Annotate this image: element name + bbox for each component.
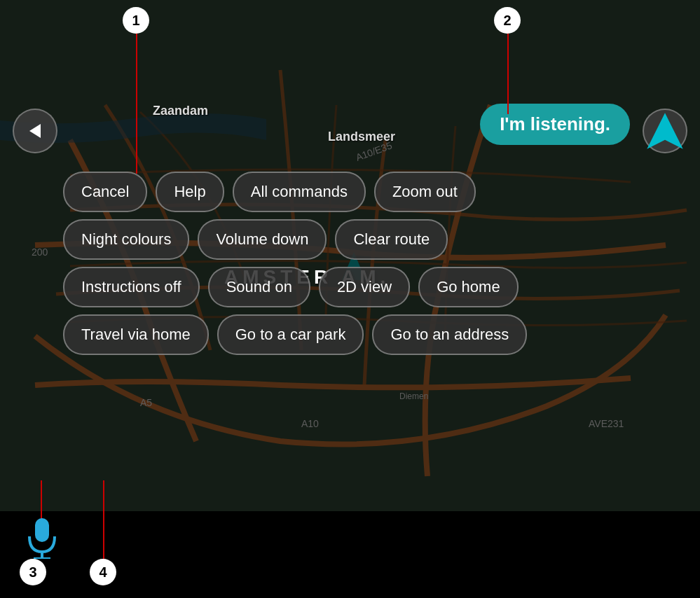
navigate-button[interactable] <box>643 109 687 153</box>
cancel-button[interactable]: Cancel <box>63 172 147 212</box>
commands-row-1: Cancel Help All commands Zoom out <box>63 172 693 212</box>
svg-rect-10 <box>35 518 49 542</box>
label-number-2: 2 <box>494 7 521 34</box>
sound-on-button[interactable]: Sound on <box>208 267 310 307</box>
travel-via-home-button[interactable]: Travel via home <box>63 314 209 355</box>
label-number-3: 3 <box>20 559 46 585</box>
label-number-4: 4 <box>90 559 116 585</box>
microphone-icon[interactable] <box>25 517 59 562</box>
listening-bubble: I'm listening. <box>480 104 630 145</box>
map-label-zaandam: Zaandam <box>153 104 208 118</box>
all-commands-button[interactable]: All commands <box>233 172 366 212</box>
go-home-button[interactable]: Go home <box>418 267 519 307</box>
night-colours-button[interactable]: Night colours <box>63 219 189 260</box>
svg-marker-8 <box>29 124 41 138</box>
go-to-address-button[interactable]: Go to an address <box>372 314 527 355</box>
help-button[interactable]: Help <box>156 172 224 212</box>
instructions-off-button[interactable]: Instructions off <box>63 267 200 307</box>
go-to-car-park-button[interactable]: Go to a car park <box>217 314 364 355</box>
annotation-line-2 <box>507 34 509 114</box>
commands-row-3: Instructions off Sound on 2D view Go hom… <box>63 267 693 307</box>
clear-route-button[interactable]: Clear route <box>335 219 448 260</box>
label-number-1: 1 <box>123 7 149 34</box>
commands-row-2: Night colours Volume down Clear route <box>63 219 693 260</box>
annotation-line-1 <box>136 34 137 174</box>
commands-row-4: Travel via home Go to a car park Go to a… <box>63 314 693 355</box>
commands-container: Cancel Help All commands Zoom out Night … <box>63 172 693 355</box>
map-label-landsmeer: Landsmeer <box>328 130 395 144</box>
zoom-out-button[interactable]: Zoom out <box>374 172 476 212</box>
svg-marker-9 <box>647 113 682 148</box>
2d-view-button[interactable]: 2D view <box>319 267 410 307</box>
volume-down-button[interactable]: Volume down <box>198 219 327 260</box>
back-button[interactable] <box>13 109 57 153</box>
